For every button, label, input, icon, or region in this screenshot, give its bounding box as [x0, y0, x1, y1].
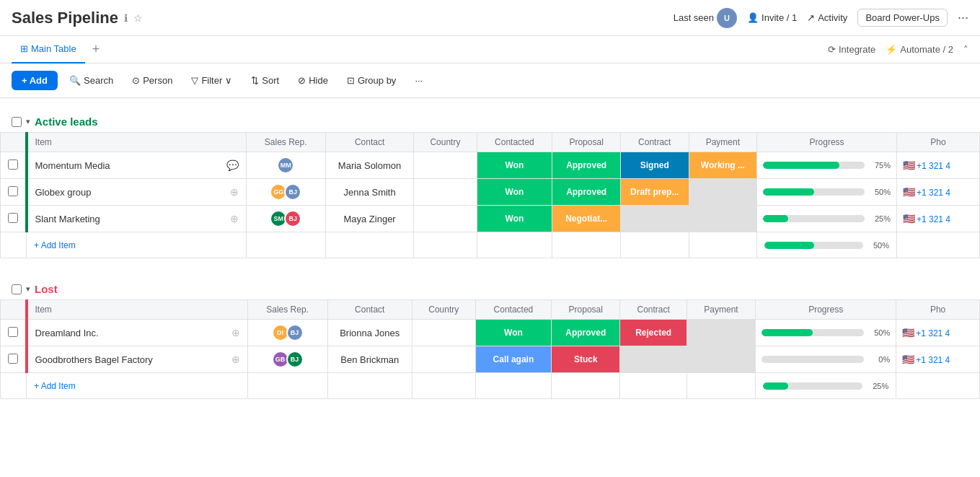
proposal-badge[interactable]: Approved	[552, 152, 620, 178]
star-icon[interactable]: ☆	[133, 12, 143, 24]
item-add-icon[interactable]: ⊕	[230, 213, 239, 224]
phone-cell: 🇺🇸+1 321 4	[896, 152, 979, 179]
contacted-badge[interactable]: Won	[476, 320, 551, 346]
active-leads-checkbox[interactable]	[12, 117, 22, 127]
item-name: Goodbrothers Bagel Factory	[35, 354, 153, 365]
power-ups-btn[interactable]: Board Power-Ups	[857, 9, 948, 27]
avatar: BJ	[286, 324, 304, 341]
country-cell	[412, 320, 475, 346]
contact-cell: Brionna Jones	[327, 320, 412, 346]
proposal-badge[interactable]: Stuck	[552, 346, 619, 372]
contract-badge	[620, 346, 686, 372]
progress-pct: 25%	[867, 382, 888, 390]
row-checkbox[interactable]	[8, 354, 18, 364]
add-item-row[interactable]: + Add Item 25%	[1, 373, 980, 399]
checkbox-header	[1, 133, 27, 152]
add-item-progress-cell: 25%	[756, 373, 896, 399]
contact-cell: Maria Solomon	[325, 152, 413, 179]
proposal-badge[interactable]: Approved	[552, 320, 619, 346]
row-checkbox[interactable]	[8, 213, 18, 223]
last-seen-btn[interactable]: Last seen U	[674, 8, 737, 28]
flag-icon: 🇺🇸	[903, 159, 915, 171]
contacted-badge[interactable]: Won	[477, 179, 552, 205]
lost-chevron-icon[interactable]: ▾	[26, 284, 30, 294]
collapse-btn[interactable]: ˄	[963, 44, 968, 55]
item-add-icon[interactable]: ⊕	[230, 186, 239, 198]
lost-table: Item Sales Rep. Contact Country Contacte…	[0, 299, 980, 399]
toolbar: + Add 🔍 Search ⊙ Person ▽ Filter ∨ ⇅ Sor…	[0, 64, 980, 98]
proposal-cell: Approved	[552, 320, 620, 346]
proposal-cell: Approved	[552, 152, 621, 179]
contact-cell: Ben Brickman	[327, 346, 412, 373]
progress-bar-outer	[763, 188, 865, 196]
flag-icon: 🇺🇸	[902, 354, 914, 365]
contacted-badge[interactable]: Call again	[476, 346, 551, 372]
item-col-header: Item	[27, 300, 248, 320]
proposal-badge[interactable]: Negotiat...	[552, 206, 620, 232]
row-checkbox-cell	[1, 346, 27, 373]
invite-btn[interactable]: 👤 Invite / 1	[747, 12, 797, 23]
add-item-cell[interactable]: + Add Item	[27, 232, 247, 258]
add-item-progress-cell: 50%	[757, 232, 897, 258]
avatar: BJ	[284, 210, 301, 227]
header-more-btn[interactable]: ···	[958, 10, 968, 25]
sort-button[interactable]: ⇅ Sort	[244, 71, 286, 89]
contract-badge[interactable]: Draft prep...	[621, 179, 689, 205]
flag-icon: 🇺🇸	[902, 327, 914, 338]
group-by-button[interactable]: ⊡ Group by	[340, 71, 403, 89]
payment-col-header: Payment	[687, 300, 755, 320]
tab-right-actions: ⟳ Integrate ⚡ Automate / 2 ˄	[828, 44, 968, 55]
contract-col-header: Contract	[620, 300, 687, 320]
phone-cell: 🇺🇸+1 321 4	[896, 179, 979, 206]
proposal-col-header: Proposal	[552, 300, 620, 320]
automate-btn[interactable]: ⚡ Automate / 2	[886, 44, 953, 55]
last-seen-label: Last seen	[674, 12, 714, 23]
tab-main-table[interactable]: ⊞ Main Table	[12, 36, 85, 64]
row-checkbox-cell	[1, 152, 27, 179]
add-tab-btn[interactable]: +	[88, 42, 105, 57]
hide-button[interactable]: ⊘ Hide	[291, 71, 335, 89]
item-chat-icon[interactable]: 💬	[226, 159, 239, 171]
contract-cell: Signed	[620, 152, 689, 179]
add-button[interactable]: + Add	[12, 71, 58, 90]
active-leads-header[interactable]: ▾ Active leads	[0, 111, 980, 132]
progress-bar-outer	[762, 356, 864, 363]
table-row: Goodbrothers Bagel Factory ⊕ GB BJ Ben B…	[1, 346, 980, 373]
country-col-header: Country	[412, 300, 475, 320]
country-cell	[414, 179, 477, 206]
add-item-phone	[896, 232, 979, 258]
payment-cell	[689, 179, 757, 206]
contract-badge[interactable]: Signed	[621, 152, 689, 178]
item-add-icon[interactable]: ⊕	[231, 327, 240, 338]
row-checkbox[interactable]	[8, 327, 18, 337]
info-icon[interactable]: ℹ	[124, 12, 128, 24]
lost-header[interactable]: ▾ Lost	[0, 279, 980, 299]
payment-badge[interactable]: Working ...	[689, 152, 757, 178]
active-leads-chevron-icon[interactable]: ▾	[26, 117, 30, 126]
row-checkbox[interactable]	[8, 159, 18, 170]
person-button[interactable]: ⊙ Person	[125, 71, 180, 89]
add-item-cell[interactable]: + Add Item	[27, 373, 248, 399]
lost-checkbox[interactable]	[12, 284, 22, 294]
country-cell	[414, 152, 477, 179]
proposal-badge[interactable]: Approved	[552, 179, 620, 205]
contacted-badge[interactable]: Won	[477, 206, 552, 232]
filter-button[interactable]: ▽ Filter ∨	[184, 71, 239, 89]
activity-btn[interactable]: ↗ Activity	[807, 12, 847, 23]
item-add-icon[interactable]: ⊕	[231, 354, 240, 365]
contract-badge[interactable]: Rejected	[620, 320, 686, 346]
add-item-phone	[896, 373, 980, 399]
header-right: Last seen U 👤 Invite / 1 ↗ Activity Boar…	[674, 8, 968, 28]
avatar: BJ	[284, 183, 301, 201]
item-col-header: Item	[27, 133, 247, 152]
tab-main-table-label: Main Table	[31, 43, 76, 54]
progress-pct: 25%	[869, 214, 891, 223]
more-options-button[interactable]: ···	[407, 71, 430, 89]
row-checkbox[interactable]	[8, 186, 18, 196]
contacted-badge[interactable]: Won	[477, 152, 552, 178]
integrate-btn[interactable]: ⟳ Integrate	[828, 44, 875, 55]
search-button[interactable]: 🔍 Search	[62, 71, 120, 89]
contract-badge	[621, 206, 689, 232]
payment-cell	[687, 346, 755, 373]
add-item-row[interactable]: + Add Item 50%	[1, 232, 980, 258]
